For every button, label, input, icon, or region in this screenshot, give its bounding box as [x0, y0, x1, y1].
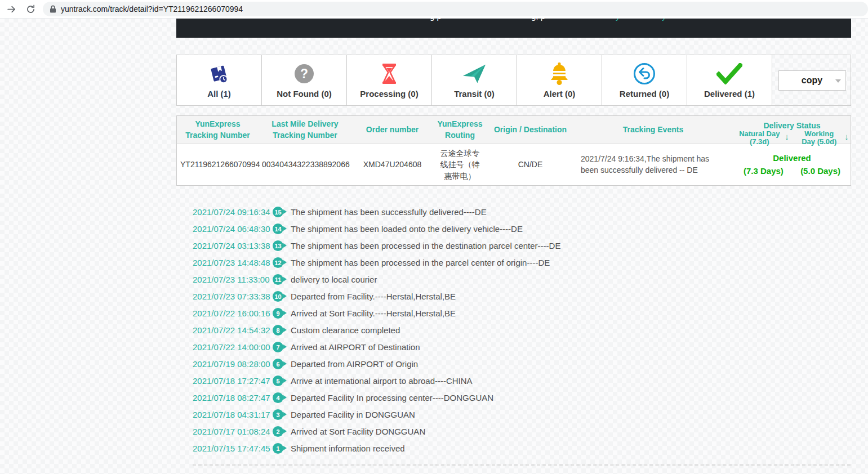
- event-time: 2021/07/22 14:54:32: [193, 325, 273, 335]
- cell-delivery-status: Delivered (7.3 Days) (5.0 Days): [732, 149, 852, 181]
- paper-plane-icon: [462, 62, 487, 86]
- status-filter-tabs: All (1) ? Not Found (0) Processing (0): [176, 55, 851, 106]
- event-text: The shipment has been processed in the p…: [291, 258, 550, 267]
- event-text: Arrive at international airport to abroa…: [291, 376, 473, 386]
- url-text: yuntrack.com/track/detail?id=YT211962126…: [61, 5, 243, 14]
- timeline-event: 2021/07/23 11:33:0011delivery to local c…: [193, 271, 851, 288]
- tracking-results-table: YunExpress Tracking Number Last Mile Del…: [176, 115, 851, 186]
- event-number-badge: 12: [273, 257, 283, 268]
- event-text: Custom clearance completed: [291, 325, 400, 335]
- tab-alert[interactable]: Alert (0): [517, 55, 602, 105]
- address-bar[interactable]: yuntrack.com/track/detail?id=YT211962126…: [43, 2, 868, 16]
- tab-not-found[interactable]: ? Not Found (0): [262, 55, 347, 105]
- hourglass-icon: [379, 62, 399, 86]
- lock-icon: [50, 5, 56, 13]
- event-time: 2021/07/17 01:08:24: [193, 427, 273, 436]
- cell-last-mile: 00340434322338892066: [259, 155, 351, 173]
- clipped-link-text: y: [662, 19, 666, 21]
- event-time: 2021/07/24 03:13:38: [193, 241, 273, 251]
- event-number-badge: 15: [273, 207, 283, 217]
- dashed-divider: [193, 464, 851, 466]
- timeline-event: 2021/07/24 06:48:3014The shipment has be…: [193, 221, 851, 238]
- event-number-badge: 11: [273, 274, 283, 285]
- table-row: YT2119621266070994 00340434322338892066 …: [177, 144, 851, 185]
- event-text: The shipment has been processed in the d…: [291, 241, 560, 251]
- cell-tracking-events: 2021/7/24 9:16:34,The shipment has been …: [574, 150, 732, 180]
- tab-processing-label: Processing (0): [360, 89, 418, 99]
- status-badge: Delivered: [736, 152, 848, 164]
- copy-button[interactable]: copy: [778, 70, 846, 91]
- sort-descending-icon[interactable]: ↓: [785, 132, 789, 142]
- event-text: Departed Facility in DONGGUAN: [291, 410, 415, 419]
- natural-days-value: (7.3 Days): [744, 165, 784, 177]
- question-icon: ?: [295, 62, 314, 86]
- event-time: 2021/07/23 07:33:38: [193, 292, 273, 301]
- event-time: 2021/07/18 08:27:47: [193, 393, 273, 403]
- timeline-event: 2021/07/18 17:27:475Arrive at internatio…: [193, 373, 851, 390]
- event-number-badge: 8: [273, 325, 283, 336]
- reload-icon[interactable]: [24, 2, 37, 16]
- browser-toolbar: yuntrack.com/track/detail?id=YT211962126…: [0, 0, 868, 19]
- event-text: The shipment has been loaded onto the de…: [291, 224, 523, 234]
- clipped-text: g, p: [531, 19, 545, 21]
- cell-order-number: XMD47U204608: [351, 155, 433, 173]
- event-time: 2021/07/24 06:48:30: [193, 224, 273, 234]
- timeline-event: 2021/07/19 08:28:006Departed from AIRPOR…: [193, 356, 851, 373]
- event-text: Departed from Facility.----Herstal,Herst…: [291, 292, 456, 301]
- col-order-number: Order number: [351, 116, 433, 144]
- timeline-event: 2021/07/22 14:54:328Custom clearance com…: [193, 322, 851, 339]
- tab-processing[interactable]: Processing (0): [347, 55, 432, 105]
- tab-returned-label: Returned (0): [620, 89, 669, 99]
- tracking-timeline: 2021/07/24 09:16:3415The shipment has be…: [176, 204, 851, 457]
- cell-origin-destination: CN/DE: [487, 155, 574, 173]
- event-time: 2021/07/23 11:33:00: [193, 275, 273, 284]
- table-header-row: YunExpress Tracking Number Last Mile Del…: [177, 116, 851, 144]
- timeline-event: 2021/07/17 01:08:242Arrived at Sort Faci…: [193, 423, 851, 440]
- timeline-event: 2021/07/24 03:13:3813The shipment has be…: [193, 238, 851, 254]
- cell-routing: 云途全球专线挂号（特惠带电）: [433, 144, 487, 185]
- sort-descending-icon[interactable]: ↓: [844, 132, 849, 142]
- timeline-event: 2021/07/22 14:00:007Arrived at AIRPORT o…: [193, 339, 851, 356]
- col-working-day: Working Day (5.0d) ↓: [794, 130, 852, 144]
- event-number-badge: 9: [273, 308, 283, 319]
- event-text: Departed Facility In processing center--…: [291, 393, 493, 403]
- event-time: 2021/07/24 09:16:34: [193, 207, 273, 217]
- timeline-event: 2021/07/18 04:31:173Departed Facility in…: [193, 406, 851, 423]
- event-number-badge: 1: [273, 443, 283, 454]
- col-last-mile: Last Mile Delivery Tracking Number: [259, 116, 351, 144]
- event-time: 2021/07/19 08:28:00: [193, 359, 273, 369]
- event-text: Arrived at AIRPORT of Destination: [291, 342, 420, 352]
- col-origin-destination: Origin / Destination: [487, 116, 574, 144]
- col-natural-day: Natural Day (7.3d) ↓: [732, 130, 794, 144]
- natural-day-label: Natural Day (7.3d): [737, 130, 781, 146]
- page-content: g p g, p y y All (1) ?: [176, 19, 851, 474]
- tab-transit-label: Transit (0): [454, 89, 495, 99]
- tab-delivered[interactable]: Delivered (1): [687, 55, 772, 105]
- clipped-text: g p: [430, 19, 442, 21]
- event-time: 2021/07/18 04:31:17: [193, 410, 273, 419]
- tab-all[interactable]: All (1): [177, 55, 262, 105]
- event-text: The shipment has been successfully deliv…: [291, 207, 487, 217]
- event-time: 2021/07/23 14:48:48: [193, 258, 273, 267]
- copy-button-label: copy: [802, 75, 822, 86]
- event-text: Arrived at Sort Facility.----Herstal,Her…: [291, 308, 456, 318]
- col-tracking-events: Tracking Events: [574, 116, 732, 144]
- event-text: Shipment information received: [291, 444, 405, 453]
- site-header-clipped: g p g, p y y: [176, 19, 851, 38]
- event-text: delivery to local courier: [291, 275, 377, 284]
- package-icon: [207, 62, 231, 86]
- return-icon: [633, 62, 656, 86]
- forward-icon[interactable]: [5, 2, 18, 16]
- tab-all-label: All (1): [207, 89, 231, 99]
- working-day-label: Working Day (5.0d): [797, 130, 841, 146]
- event-number-badge: 13: [273, 240, 283, 251]
- bell-icon: [549, 62, 570, 86]
- event-time: 2021/07/15 17:47:45: [193, 444, 273, 453]
- tab-not-found-label: Not Found (0): [277, 89, 331, 99]
- timeline-event: 2021/07/15 17:47:451Shipment information…: [193, 440, 851, 457]
- check-icon: [716, 62, 742, 86]
- timeline-event: 2021/07/18 08:27:474Departed Facility In…: [193, 390, 851, 406]
- tab-returned[interactable]: Returned (0): [602, 55, 687, 105]
- tab-transit[interactable]: Transit (0): [432, 55, 517, 105]
- event-number-badge: 5: [273, 375, 283, 386]
